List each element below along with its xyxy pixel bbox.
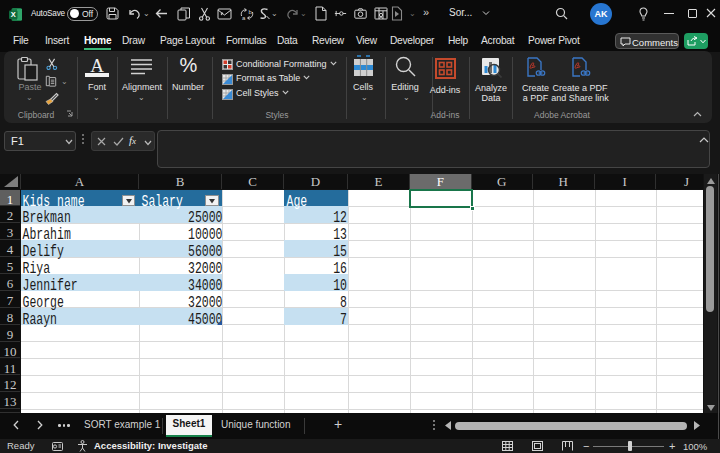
svg-text:b: b — [249, 9, 253, 15]
svg-text:X: X — [11, 10, 16, 19]
svg-text:a: a — [242, 15, 246, 21]
